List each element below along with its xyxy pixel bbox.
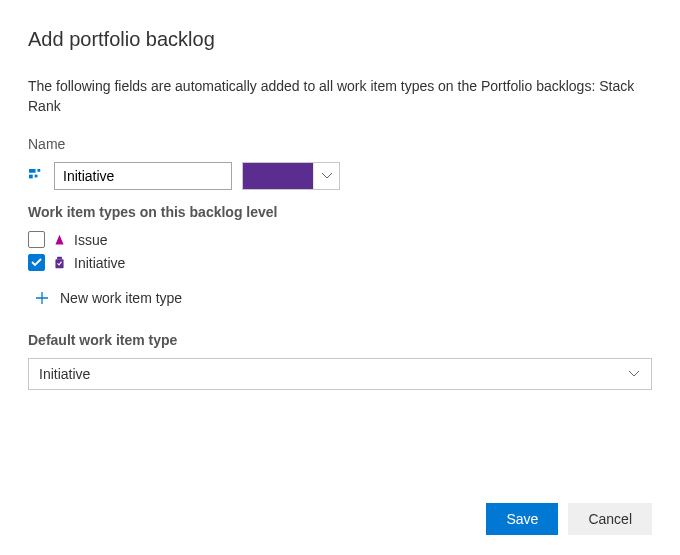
default-wit-dropdown[interactable]: Initiative	[28, 358, 652, 390]
svg-rect-2	[37, 169, 40, 172]
chevron-down-icon	[313, 163, 339, 189]
dialog-title: Add portfolio backlog	[28, 28, 652, 51]
svg-rect-3	[34, 174, 37, 177]
svg-rect-4	[57, 257, 62, 259]
wit-item-initiative: Initiative	[28, 251, 652, 274]
wit-label-initiative: Initiative	[74, 255, 125, 271]
svg-rect-0	[29, 169, 36, 173]
add-new-wit-button[interactable]: New work item type	[28, 284, 652, 312]
wit-item-issue: Issue	[28, 228, 652, 251]
dialog-description: The following fields are automatically a…	[28, 77, 652, 116]
default-wit-label: Default work item type	[28, 332, 652, 348]
cancel-button[interactable]: Cancel	[568, 503, 652, 535]
svg-rect-1	[29, 174, 33, 178]
save-button[interactable]: Save	[486, 503, 558, 535]
add-new-wit-label: New work item type	[60, 290, 182, 306]
wit-label-issue: Issue	[74, 232, 107, 248]
wit-list: Issue Initiative	[28, 228, 652, 274]
plus-icon	[34, 290, 50, 306]
dialog-footer: Save Cancel	[486, 503, 652, 535]
issue-icon	[52, 232, 67, 247]
name-label: Name	[28, 136, 652, 152]
color-swatch	[243, 163, 313, 189]
default-wit-value: Initiative	[39, 366, 90, 382]
name-input[interactable]	[54, 162, 232, 190]
color-picker[interactable]	[242, 162, 340, 190]
wit-section-heading: Work item types on this backlog level	[28, 204, 652, 220]
initiative-icon	[52, 255, 67, 270]
chevron-down-icon	[627, 367, 641, 381]
name-row	[28, 162, 652, 190]
portfolio-level-icon	[28, 168, 44, 184]
checkbox-issue[interactable]	[28, 231, 45, 248]
checkbox-initiative[interactable]	[28, 254, 45, 271]
